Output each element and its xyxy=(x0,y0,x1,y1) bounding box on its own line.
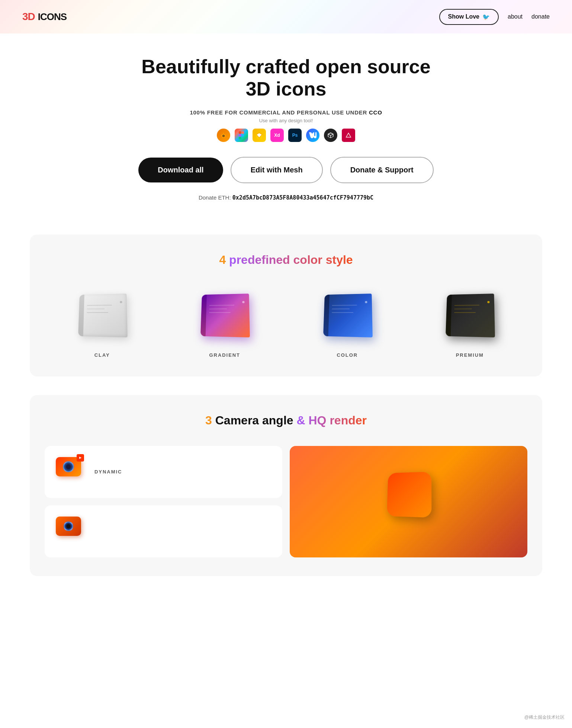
svg-point-2 xyxy=(223,135,224,136)
hero-subtitle: 100% FREE FOR COMMERCIAL AND PERSONAL US… xyxy=(15,109,557,116)
color-book-icon xyxy=(323,294,373,337)
camera-right-panel xyxy=(290,446,527,557)
tool-webflow xyxy=(306,129,319,142)
design-tools: Xd Ps xyxy=(15,129,557,142)
cco-link[interactable]: CCO xyxy=(369,109,382,116)
dynamic-label: DYNAMIC xyxy=(94,469,122,475)
camera-grid: ▶ DYNAMIC xyxy=(45,446,527,557)
svg-rect-7 xyxy=(241,131,244,134)
color-section-number: 4 xyxy=(219,253,226,266)
dynamic-camera-card: ▶ DYNAMIC xyxy=(45,446,282,498)
svg-point-10 xyxy=(241,134,244,136)
dynamic-play-icon: ▶ xyxy=(77,454,84,462)
dynamic-camera-body: ▶ xyxy=(56,457,81,476)
header-nav: Show Love 🐦 about donate xyxy=(439,9,550,25)
second-camera-body xyxy=(56,517,81,536)
gradient-book-icon xyxy=(200,294,250,337)
premium-book-icon xyxy=(446,294,495,337)
svg-rect-6 xyxy=(239,131,241,134)
about-link[interactable]: about xyxy=(508,13,523,20)
show-love-button[interactable]: Show Love 🐦 xyxy=(439,9,499,25)
clay-card: CLAY xyxy=(45,285,160,358)
tool-ps: Ps xyxy=(288,129,302,142)
svg-rect-9 xyxy=(239,136,241,139)
design-tools-label: Use with any design tool! xyxy=(15,118,557,123)
donate-support-button[interactable]: Donate & Support xyxy=(330,157,434,183)
edit-with-mesh-button[interactable]: Edit with Mesh xyxy=(231,157,323,183)
camera-section: 3 Camera angle & HQ render ▶ DYNAMIC xyxy=(30,395,542,576)
camera-section-title-part1: Camera angle xyxy=(212,414,293,427)
show-love-label: Show Love xyxy=(448,13,479,20)
color-styles-section: 4 predefined color style CLAY xyxy=(30,234,542,376)
color-section-subtitle: predefined color style xyxy=(226,253,353,266)
hero-section: Beautifully crafted open source 3D icons… xyxy=(0,33,572,234)
hero-title: Beautifully crafted open source 3D icons xyxy=(137,56,435,100)
second-camera-card xyxy=(45,505,282,557)
logo-3d: 3D xyxy=(22,11,35,23)
twitter-icon: 🐦 xyxy=(482,13,490,20)
color-card: COLOR xyxy=(290,285,405,358)
camera-right-icon xyxy=(387,472,431,518)
gradient-label: GRADIENT xyxy=(167,352,283,358)
premium-label: PREMIUM xyxy=(412,352,528,358)
clay-book-icon xyxy=(78,294,128,337)
eth-address: 0x2d5A7bcD873A5F8A80433a45647cfCF7947779… xyxy=(232,194,373,201)
tool-unity xyxy=(324,129,337,142)
tool-xd: Xd xyxy=(270,129,284,142)
gradient-card: GRADIENT xyxy=(167,285,283,358)
clay-icon-display xyxy=(73,285,132,345)
donate-link[interactable]: donate xyxy=(531,13,550,20)
tool-blender xyxy=(217,129,230,142)
camera-section-hq: & HQ render xyxy=(296,414,366,427)
download-all-button[interactable]: Download all xyxy=(138,158,223,182)
tool-sketch xyxy=(253,129,266,142)
color-cards: CLAY GRADIENT xyxy=(45,285,527,358)
svg-rect-8 xyxy=(239,134,241,136)
dynamic-camera-lens xyxy=(63,461,74,472)
premium-card: PREMIUM xyxy=(412,285,528,358)
color-styles-title: 4 predefined color style xyxy=(45,253,527,267)
camera-right-visual xyxy=(301,457,516,531)
clay-label: CLAY xyxy=(45,352,160,358)
color-label: COLOR xyxy=(290,352,405,358)
premium-icon-display xyxy=(440,285,499,345)
svg-rect-3 xyxy=(223,132,224,135)
logo-link[interactable]: 3DICONS xyxy=(22,11,67,23)
logo-icons: ICONS xyxy=(38,11,67,23)
tool-affinity xyxy=(342,129,355,142)
header: 3DICONS Show Love 🐦 about donate xyxy=(0,0,572,33)
tool-figma xyxy=(235,129,248,142)
camera-section-title: 3 Camera angle & HQ render xyxy=(45,414,527,427)
second-icon xyxy=(56,517,86,546)
gradient-icon-display xyxy=(195,285,254,345)
cta-buttons: Download all Edit with Mesh Donate & Sup… xyxy=(15,157,557,183)
second-camera-lens xyxy=(64,521,73,531)
eth-donate: Donate ETH: 0x2d5A7bcD873A5F8A80433a4564… xyxy=(15,194,557,201)
color-icon-display xyxy=(318,285,377,345)
camera-section-number: 3 xyxy=(205,414,212,427)
dynamic-icon: ▶ xyxy=(56,457,86,487)
